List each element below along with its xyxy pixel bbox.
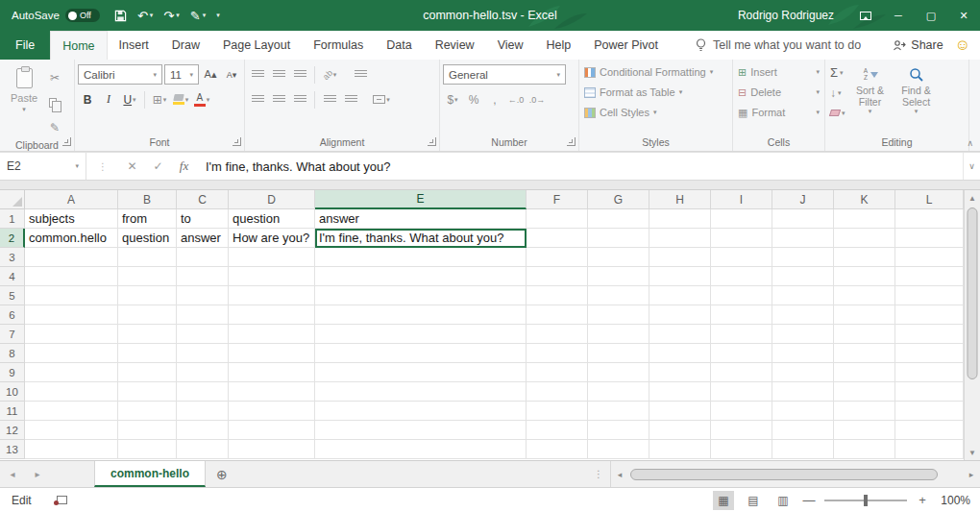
cell-C1[interactable]: to: [177, 209, 229, 229]
cell-H12[interactable]: [649, 421, 711, 440]
tab-view[interactable]: View: [486, 31, 535, 60]
cell-E1[interactable]: answer: [315, 209, 527, 229]
cell-K2[interactable]: [834, 229, 895, 248]
tab-file[interactable]: File: [0, 31, 50, 60]
cell-G10[interactable]: [588, 382, 649, 402]
cell-H3[interactable]: [649, 248, 711, 267]
autosave-toggle[interactable]: AutoSave Off: [12, 9, 100, 22]
cell-L3[interactable]: [895, 248, 964, 267]
zoom-level[interactable]: 100%: [938, 494, 970, 507]
row-header-4[interactable]: 4: [0, 267, 25, 286]
align-top-button[interactable]: [248, 64, 267, 85]
number-dialog-launcher[interactable]: [567, 137, 576, 146]
cell-F8[interactable]: [527, 344, 588, 363]
column-header-A[interactable]: A: [25, 190, 118, 209]
borders-dropdown[interactable]: ▾: [163, 96, 167, 104]
cell-K9[interactable]: [834, 363, 895, 382]
cell-A3[interactable]: [25, 248, 118, 267]
conditional-formatting-dropdown[interactable]: ▾: [710, 68, 714, 76]
scroll-down-button[interactable]: ▼: [965, 445, 980, 460]
normal-view-button[interactable]: ▦: [713, 491, 734, 510]
tab-page-layout[interactable]: Page Layout: [211, 31, 302, 60]
cell-G5[interactable]: [588, 286, 649, 305]
sheet-tab-common-hello[interactable]: common-hello: [94, 461, 206, 487]
cell-E13[interactable]: [315, 440, 527, 459]
cell-D12[interactable]: [229, 421, 315, 440]
cell-D4[interactable]: [229, 267, 315, 286]
cell-J8[interactable]: [772, 344, 834, 363]
vertical-scroll-thumb[interactable]: [968, 207, 978, 379]
column-header-I[interactable]: I: [711, 190, 772, 209]
minimize-button[interactable]: ─: [882, 0, 915, 31]
zoom-out-button[interactable]: —: [802, 493, 816, 507]
cell-A10[interactable]: [25, 382, 118, 402]
column-header-B[interactable]: B: [118, 190, 177, 209]
autosum-button[interactable]: Σ▾: [830, 63, 845, 82]
font-size-combo[interactable]: 11 ▾: [164, 64, 199, 85]
sort-filter-dropdown[interactable]: ▾: [869, 108, 872, 115]
orientation-button[interactable]: ab▾: [320, 64, 339, 85]
cell-B12[interactable]: [118, 421, 177, 440]
cell-B6[interactable]: [118, 305, 177, 325]
find-select-button[interactable]: Find & Select ▾: [894, 62, 940, 134]
font-size-dropdown[interactable]: ▾: [189, 71, 193, 79]
cell-I4[interactable]: [711, 267, 772, 286]
currency-format-button[interactable]: $▾: [443, 89, 462, 110]
column-header-L[interactable]: L: [895, 190, 964, 209]
tab-home[interactable]: Home: [50, 31, 107, 60]
row-header-7[interactable]: 7: [0, 325, 25, 344]
insert-cells-button[interactable]: ⊞ Insert ▾: [736, 62, 821, 82]
cell-J10[interactable]: [772, 382, 834, 402]
cell-B9[interactable]: [118, 363, 177, 382]
cell-G8[interactable]: [588, 344, 649, 363]
cell-I3[interactable]: [711, 248, 772, 267]
cell-I6[interactable]: [711, 305, 772, 325]
feedback-smiley-button[interactable]: ☺: [953, 31, 980, 60]
page-layout-view-button[interactable]: ▤: [743, 491, 764, 510]
merge-center-dropdown[interactable]: ▾: [386, 96, 390, 104]
cell-styles-dropdown[interactable]: ▾: [653, 109, 657, 116]
cell-C9[interactable]: [177, 363, 229, 382]
redo-button[interactable]: ↷▾: [159, 0, 184, 31]
column-header-H[interactable]: H: [649, 190, 711, 209]
autosave-switch[interactable]: Off: [65, 9, 100, 22]
underline-dropdown[interactable]: ▾: [133, 96, 136, 104]
cell-L2[interactable]: [895, 229, 964, 248]
cell-K13[interactable]: [834, 440, 895, 459]
cell-B7[interactable]: [118, 325, 177, 344]
name-box-dropdown[interactable]: ▾: [75, 162, 79, 170]
cell-E6[interactable]: [315, 305, 527, 325]
cell-I10[interactable]: [711, 382, 772, 402]
clipboard-dialog-launcher[interactable]: [62, 137, 71, 146]
cell-G6[interactable]: [588, 305, 649, 325]
cell-C8[interactable]: [177, 344, 229, 363]
cell-B8[interactable]: [118, 344, 177, 363]
cell-H6[interactable]: [649, 305, 711, 325]
font-color-dropdown[interactable]: ▾: [207, 96, 210, 104]
cell-K12[interactable]: [834, 421, 895, 440]
cell-G11[interactable]: [588, 402, 649, 421]
cell-B4[interactable]: [118, 267, 177, 286]
format-as-table-dropdown[interactable]: ▾: [679, 88, 683, 96]
cell-F11[interactable]: [527, 402, 588, 421]
cell-K1[interactable]: [834, 209, 895, 229]
cut-button[interactable]: ✂: [45, 67, 64, 87]
cell-A4[interactable]: [25, 267, 118, 286]
decrease-decimal-button[interactable]: .0→: [527, 89, 547, 110]
font-dialog-launcher[interactable]: [233, 137, 241, 146]
fill-color-button[interactable]: ▾: [171, 89, 190, 110]
cell-C5[interactable]: [177, 286, 229, 305]
row-header-10[interactable]: 10: [0, 382, 25, 402]
cell-E12[interactable]: [315, 421, 527, 440]
cell-F9[interactable]: [527, 363, 588, 382]
select-all-button[interactable]: [0, 190, 25, 209]
borders-button[interactable]: ⊞▾: [150, 89, 169, 110]
column-header-C[interactable]: C: [177, 190, 229, 209]
cell-J9[interactable]: [772, 363, 834, 382]
cell-L7[interactable]: [895, 325, 964, 344]
tab-review[interactable]: Review: [424, 31, 486, 60]
customize-qat-button[interactable]: ▾: [211, 0, 225, 31]
row-header-5[interactable]: 5: [0, 286, 25, 305]
currency-dropdown[interactable]: ▾: [454, 96, 458, 104]
row-header-12[interactable]: 12: [0, 421, 25, 440]
